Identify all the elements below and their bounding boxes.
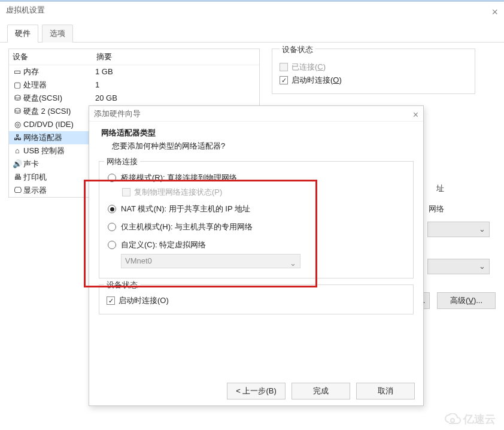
tab-row: 硬件 选项 xyxy=(0,18,504,43)
wizard-titlebar: 添加硬件向导 × xyxy=(89,106,423,122)
radio-icon xyxy=(108,241,116,249)
connected-checkbox: 已连接(C) xyxy=(280,61,467,73)
right-buttons: ... 高级(V)... xyxy=(414,292,496,309)
background-dropdown-2[interactable]: ⌄ xyxy=(427,259,490,274)
background-dropdown-1[interactable]: ⌄ xyxy=(427,222,490,237)
tab-hardware[interactable]: 硬件 xyxy=(7,25,38,43)
header-summary: 摘要 xyxy=(96,52,112,62)
hdd-icon: ⛁ xyxy=(11,92,23,104)
option-hostonly[interactable]: 仅主机模式(H): 与主机共享的专用网络 xyxy=(108,222,406,232)
checkbox-icon xyxy=(122,188,130,196)
close-icon[interactable]: × xyxy=(491,4,498,20)
network-icon: 🖧 xyxy=(11,132,23,144)
svg-point-0 xyxy=(451,419,454,422)
add-hardware-wizard: 添加硬件向导 × 网络适配器类型 您要添加何种类型的网络适配器? 网络连接 桥接… xyxy=(89,105,424,406)
header-device: 设备 xyxy=(13,52,96,62)
hardware-list-header: 设备 摘要 xyxy=(9,49,259,65)
hdd2-icon: ⛁ xyxy=(11,105,23,117)
network-connection-group: 网络连接 桥接模式(R): 直接连接到物理网络 复制物理网络连接状态(P) NA… xyxy=(99,161,414,278)
caret-down-icon: ⌄ xyxy=(479,225,485,234)
sound-icon: 🔊 xyxy=(11,158,23,170)
device-row-cpu[interactable]: ▢ 处理器 1 xyxy=(9,78,259,92)
memory-icon: ▭ xyxy=(11,66,23,78)
radio-icon xyxy=(108,174,116,182)
device-row-memory[interactable]: ▭ 内存 1 GB xyxy=(9,65,259,78)
watermark-logo-icon xyxy=(444,413,461,425)
wizard-title: 添加硬件向导 xyxy=(94,109,141,118)
checkbox-checked-icon: ✓ xyxy=(280,76,288,84)
peek-text-1: 址 xyxy=(436,183,444,194)
wizard-heading: 网络适配器类型 xyxy=(101,128,411,138)
checkbox-checked-icon: ✓ xyxy=(107,296,115,305)
replicate-checkbox: 复制物理网络连接状态(P) xyxy=(122,187,406,198)
cpu-icon: ▢ xyxy=(11,79,23,91)
network-connection-legend: 网络连接 xyxy=(104,156,140,167)
printer-icon: 🖶 xyxy=(11,171,23,183)
usb-icon: ⌂ xyxy=(11,145,23,157)
cancel-button[interactable]: 取消 xyxy=(356,383,415,399)
wizard-device-status-group: 设备状态 ✓ 启动时连接(O) xyxy=(99,284,414,314)
peek-text-2: 网络 xyxy=(429,204,444,214)
window-titlebar: 虚拟机设置 × xyxy=(0,0,504,18)
window-title: 虚拟机设置 xyxy=(6,5,45,14)
device-status-group: 设备状态 已连接(C) ✓ 启动时连接(O) xyxy=(272,49,475,94)
cd-icon: ◎ xyxy=(11,119,23,131)
caret-down-icon: ⌄ xyxy=(290,257,296,270)
wizard-button-row: < 上一步(B) 完成 取消 xyxy=(227,383,415,399)
tab-options[interactable]: 选项 xyxy=(42,25,73,43)
option-nat[interactable]: NAT 模式(N): 用于共享主机的 IP 地址 xyxy=(108,204,406,214)
radio-icon xyxy=(108,223,116,231)
option-bridged[interactable]: 桥接模式(R): 直接连接到物理网络 xyxy=(108,172,406,183)
device-status-legend: 设备状态 xyxy=(280,44,315,55)
finish-button[interactable]: 完成 xyxy=(292,383,350,399)
wizard-close-icon[interactable]: × xyxy=(413,107,418,123)
display-icon: 🖵 xyxy=(11,184,23,196)
wizard-connect-poweron-checkbox[interactable]: ✓ 启动时连接(O) xyxy=(107,295,406,307)
vmnet-dropdown: VMnet0 ⌄ xyxy=(121,254,300,268)
radio-selected-icon xyxy=(108,205,116,213)
connect-at-poweron-checkbox[interactable]: ✓ 启动时连接(O) xyxy=(280,74,467,86)
wizard-subheading: 您要添加何种类型的网络适配器? xyxy=(101,141,411,152)
watermark: 亿速云 xyxy=(444,412,496,426)
caret-down-icon: ⌄ xyxy=(479,262,485,271)
option-custom[interactable]: 自定义(C): 特定虚拟网络 xyxy=(108,240,406,250)
vmnet-value: VMnet0 xyxy=(125,256,152,265)
advanced-button[interactable]: 高级(V)... xyxy=(437,292,496,309)
watermark-text: 亿速云 xyxy=(463,412,496,426)
checkbox-icon xyxy=(280,63,288,71)
wizard-status-legend: 设备状态 xyxy=(104,280,140,290)
wizard-header: 网络适配器类型 您要添加何种类型的网络适配器? xyxy=(89,122,423,159)
device-row-hdd[interactable]: ⛁ 硬盘(SCSI) 20 GB xyxy=(9,92,259,105)
back-button[interactable]: < 上一步(B) xyxy=(227,383,286,399)
